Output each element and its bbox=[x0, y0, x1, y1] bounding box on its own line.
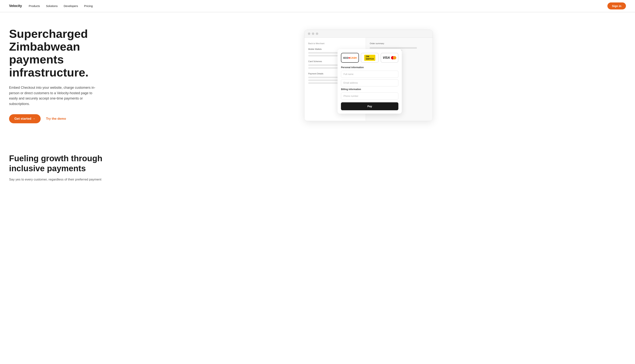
ecocash-card[interactable]: ECO●CASH bbox=[341, 53, 359, 63]
nav-link-pricing[interactable]: Pricing bbox=[84, 4, 93, 8]
browser-dot-2 bbox=[312, 32, 314, 35]
section-two-title: Fueling growth through inclusive payment… bbox=[9, 154, 104, 174]
navbar: Velocity Products Solutions Developers P… bbox=[0, 0, 635, 12]
nav-link-solutions[interactable]: Solutions bbox=[46, 4, 58, 8]
hero-text: Supercharged Zimbabwean payments infrast… bbox=[9, 28, 100, 123]
email-field[interactable]: Email address bbox=[341, 79, 398, 86]
skeleton-7 bbox=[308, 82, 338, 84]
floating-payment-panel: ECO●CASH ZIMSWITCH bbox=[338, 49, 402, 114]
hero-mockup: Back to Merchant Mobile Wallets Card Sch… bbox=[111, 30, 626, 121]
back-to-merchant: Back to Merchant bbox=[308, 42, 362, 44]
nav-link-developers[interactable]: Developers bbox=[64, 4, 78, 8]
visa-mc-card[interactable]: VISA bbox=[381, 53, 399, 63]
browser-bar bbox=[304, 30, 433, 38]
hero-title: Supercharged Zimbabwean payments infrast… bbox=[9, 28, 100, 79]
zimswitch-logo: ZIMSWITCH bbox=[364, 55, 375, 61]
try-demo-link[interactable]: Try the demo bbox=[46, 117, 66, 121]
skeleton-4 bbox=[308, 67, 338, 69]
browser-content: Back to Merchant Mobile Wallets Card Sch… bbox=[304, 38, 433, 121]
section-two: Fueling growth through inclusive payment… bbox=[0, 138, 635, 193]
skeleton-2 bbox=[308, 55, 338, 56]
billing-info-label: Billing information bbox=[341, 88, 398, 90]
ecocash-logo: ECO●CASH bbox=[343, 56, 357, 59]
browser-window: Back to Merchant Mobile Wallets Card Sch… bbox=[304, 30, 433, 121]
nav-links: Products Solutions Developers Pricing bbox=[29, 4, 93, 8]
hero-section: Supercharged Zimbabwean payments infrast… bbox=[0, 12, 635, 138]
phone-field[interactable]: Phone number bbox=[341, 92, 398, 100]
logo: Velocity bbox=[9, 4, 22, 8]
checkout-right-panel: Order summary ECO●CASH bbox=[366, 38, 433, 121]
browser-dot-1 bbox=[308, 32, 310, 35]
hero-actions: Get started → Try the demo bbox=[9, 114, 100, 123]
nav-link-products[interactable]: Products bbox=[29, 4, 40, 8]
hero-description: Embed Checkout into your website, charge… bbox=[9, 85, 100, 107]
navbar-left: Velocity Products Solutions Developers P… bbox=[9, 4, 93, 8]
full-name-field[interactable]: Full name bbox=[341, 70, 398, 78]
payment-methods-row: ECO●CASH ZIMSWITCH bbox=[341, 53, 398, 63]
order-summary-title: Order summary bbox=[370, 42, 429, 44]
zimswitch-card[interactable]: ZIMSWITCH bbox=[361, 53, 379, 63]
order-skeleton-1 bbox=[370, 47, 417, 49]
personal-info-label: Personal information bbox=[341, 66, 398, 69]
visa-text: VISA bbox=[383, 56, 390, 60]
section-two-description: Say yes to every customer, regardless of… bbox=[9, 177, 104, 182]
get-started-button[interactable]: Get started → bbox=[9, 114, 41, 123]
pay-button[interactable]: Pay bbox=[341, 102, 398, 110]
browser-dot-3 bbox=[316, 32, 318, 35]
mastercard-logo bbox=[391, 56, 396, 60]
signin-button[interactable]: Sign in bbox=[607, 2, 626, 10]
